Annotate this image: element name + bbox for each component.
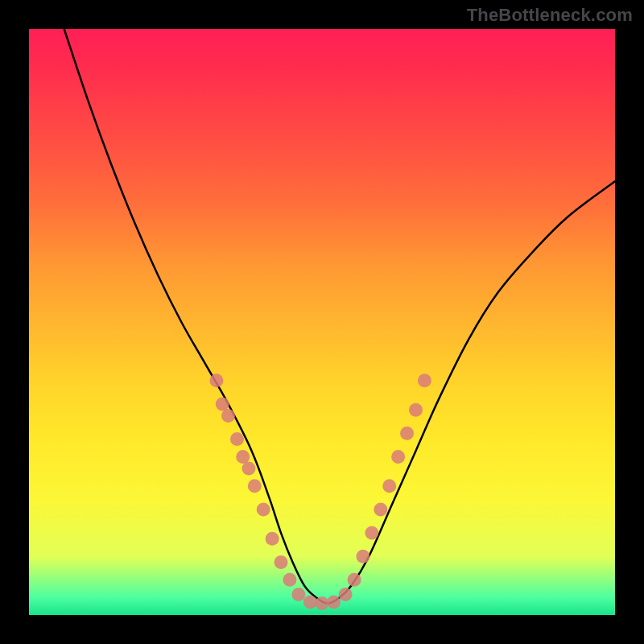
data-point <box>382 479 396 493</box>
data-point <box>230 432 244 446</box>
data-point <box>266 532 279 546</box>
plot-area <box>29 29 615 615</box>
data-point <box>242 462 256 476</box>
data-point <box>400 427 414 440</box>
bottleneck-curve <box>64 29 615 603</box>
data-point <box>348 573 361 587</box>
data-point <box>339 588 353 601</box>
data-point <box>221 409 235 423</box>
data-point <box>356 550 369 564</box>
data-point <box>418 374 431 387</box>
data-point <box>209 374 223 387</box>
data-point <box>327 595 341 609</box>
data-point <box>283 573 296 587</box>
data-point <box>275 555 288 569</box>
data-point <box>236 450 250 464</box>
watermark-text: TheBottleneck.com <box>467 5 633 26</box>
data-point <box>409 403 423 417</box>
data-point <box>391 450 405 464</box>
data-point <box>248 479 262 493</box>
data-point <box>365 526 378 540</box>
chart-frame: TheBottleneck.com <box>0 0 644 644</box>
data-point <box>303 595 317 609</box>
chart-svg <box>29 29 615 615</box>
data-point <box>216 397 229 411</box>
data-point <box>257 502 270 516</box>
data-point <box>316 597 329 610</box>
data-point <box>374 502 387 516</box>
data-point <box>291 588 305 601</box>
